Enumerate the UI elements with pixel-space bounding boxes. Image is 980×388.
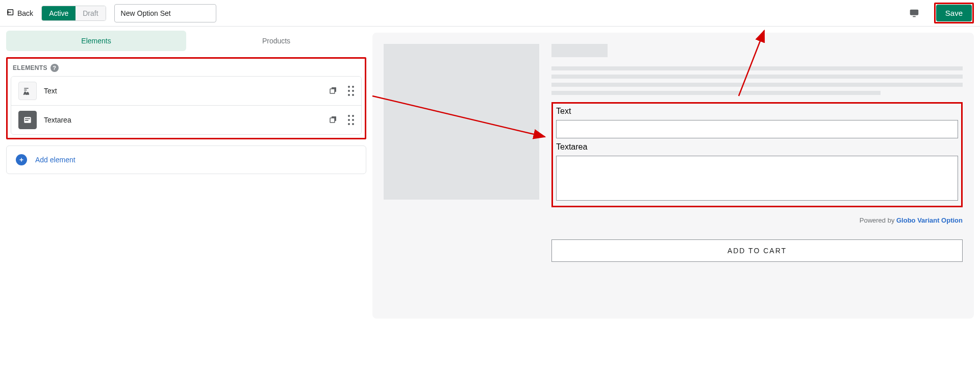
add-to-cart-button[interactable]: ADD TO CART: [551, 239, 963, 262]
drag-handle-icon[interactable]: [348, 86, 354, 96]
svg-rect-8: [25, 120, 29, 121]
preview-text-label: Text: [556, 107, 958, 116]
preview-fields-highlight: Text Textarea: [551, 102, 963, 207]
svg-rect-7: [25, 118, 30, 119]
add-element-label: Add element: [35, 156, 76, 164]
element-row-text[interactable]: Aa Text: [11, 77, 361, 106]
duplicate-icon[interactable]: [329, 115, 338, 126]
textarea-element-icon: [18, 111, 37, 129]
preview-line-skeleton: [551, 83, 963, 87]
save-button[interactable]: Save: [936, 5, 972, 21]
topbar: Back Active Draft Save: [0, 0, 980, 27]
preview-line-skeleton: [551, 66, 963, 70]
back-icon: [6, 8, 15, 18]
svg-rect-10: [330, 118, 335, 123]
option-set-name-input[interactable]: [114, 4, 216, 22]
add-element-button[interactable]: Add element: [6, 146, 366, 174]
preview-text-input[interactable]: [556, 120, 958, 138]
preview-line-skeleton: [551, 75, 963, 79]
preview-mode-icon[interactable]: [909, 8, 920, 19]
text-element-icon: Aa: [18, 82, 37, 100]
elements-section-header: ELEMENTS ?: [11, 64, 362, 76]
duplicate-icon[interactable]: [329, 86, 338, 96]
svg-rect-5: [330, 89, 335, 93]
powered-by-text: Powered by Globo Variant Option: [551, 216, 963, 224]
elements-section-title: ELEMENTS: [13, 64, 47, 71]
element-row-textarea[interactable]: Textarea: [11, 106, 361, 134]
preview-textarea-input[interactable]: [556, 156, 958, 201]
element-label: Textarea: [44, 116, 321, 124]
back-label: Back: [17, 9, 33, 17]
status-segmented: Active Draft: [41, 6, 106, 21]
back-button[interactable]: Back: [6, 8, 33, 18]
preview-panel: Text Textarea Powered by Globo Variant O…: [372, 33, 974, 319]
element-label: Text: [44, 87, 321, 95]
tab-products[interactable]: Products: [186, 31, 366, 51]
status-draft-button[interactable]: Draft: [76, 6, 105, 20]
powered-brand-link[interactable]: Globo Variant Option: [896, 216, 963, 224]
svg-text:Aa: Aa: [24, 91, 29, 95]
status-active-button[interactable]: Active: [42, 6, 76, 20]
preview-product-image-placeholder: [384, 44, 539, 200]
svg-rect-2: [913, 16, 916, 17]
drag-handle-icon[interactable]: [348, 115, 354, 125]
left-tabs: Elements Products: [6, 31, 366, 51]
preview-title-skeleton: [551, 44, 608, 57]
annotation-save-highlight: Save: [934, 3, 974, 23]
tab-elements[interactable]: Elements: [6, 31, 186, 51]
plus-icon: [16, 154, 27, 165]
powered-prefix: Powered by: [860, 216, 896, 224]
elements-list: Aa Text: [11, 76, 362, 135]
elements-section: ELEMENTS ? Aa Text: [6, 57, 366, 139]
svg-rect-1: [910, 9, 919, 15]
preview-line-skeleton: [551, 91, 881, 95]
help-icon[interactable]: ?: [51, 64, 59, 72]
preview-textarea-label: Textarea: [556, 142, 958, 152]
